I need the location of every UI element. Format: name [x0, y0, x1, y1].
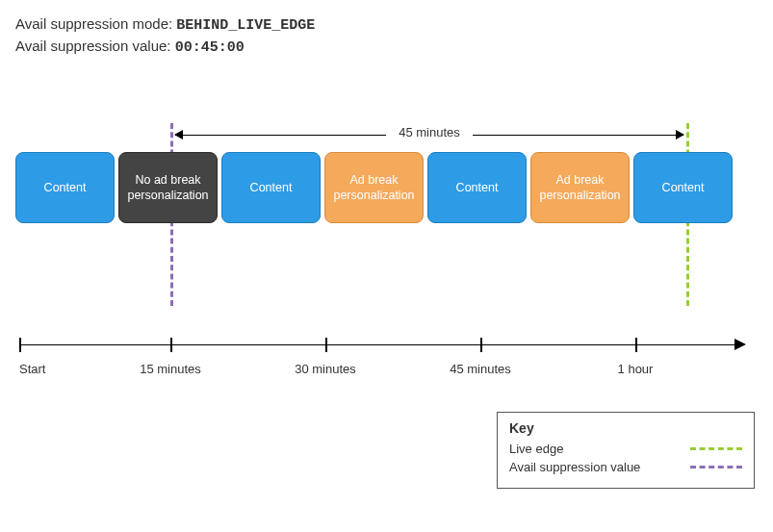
legend-box: Key Live edgeAvail suppression value: [497, 412, 755, 489]
mode-label: Avail suppression mode:: [15, 15, 172, 32]
timeline-tick: [635, 338, 637, 352]
diagram: 45 minutes ContentNo ad break personaliz…: [15, 104, 758, 316]
timeline-tick-label: 15 minutes: [140, 362, 201, 376]
timeline-tick-label: 1 hour: [618, 362, 654, 376]
timeline-arrow-icon: [734, 339, 746, 350]
timeline-tick-label: 45 minutes: [450, 362, 511, 376]
timeline-block: Content: [15, 152, 115, 223]
span-arrow: 45 minutes: [175, 125, 683, 144]
timeline-tick-label: Start: [19, 362, 45, 376]
timeline-block: Content: [221, 152, 321, 223]
mode-value: BEHIND_LIVE_EDGE: [176, 17, 315, 34]
timeline-tick: [480, 338, 482, 352]
value-value: 00:45:00: [175, 39, 245, 56]
span-label: 45 minutes: [386, 125, 473, 139]
timeline-block: Content: [633, 152, 733, 223]
timeline-tick: [325, 338, 327, 352]
timeline-block: Content: [427, 152, 527, 223]
timeline-tick: [19, 338, 21, 352]
header-value: Avail suppression value: 00:45:00: [15, 38, 758, 56]
timeline: Start15 minutes30 minutes45 minutes1 hou…: [15, 335, 758, 393]
timeline-block: Ad break personalization: [530, 152, 630, 223]
timeline-block: Ad break personalization: [324, 152, 424, 223]
legend-label: Avail suppression value: [509, 460, 640, 474]
timeline-tick-label: 30 minutes: [295, 362, 356, 376]
value-label: Avail suppression value:: [15, 38, 170, 54]
timeline-tick: [170, 338, 172, 352]
legend-swatch: [690, 447, 742, 450]
blocks-row: ContentNo ad break personalizationConten…: [15, 152, 733, 223]
legend-title: Key: [509, 420, 742, 436]
legend-swatch: [690, 466, 742, 469]
legend-row: Live edge: [509, 442, 742, 456]
timeline-block: No ad break personalization: [118, 152, 218, 223]
legend-row: Avail suppression value: [509, 460, 742, 474]
header-mode: Avail suppression mode: BEHIND_LIVE_EDGE: [15, 15, 758, 34]
legend-label: Live edge: [509, 442, 563, 456]
